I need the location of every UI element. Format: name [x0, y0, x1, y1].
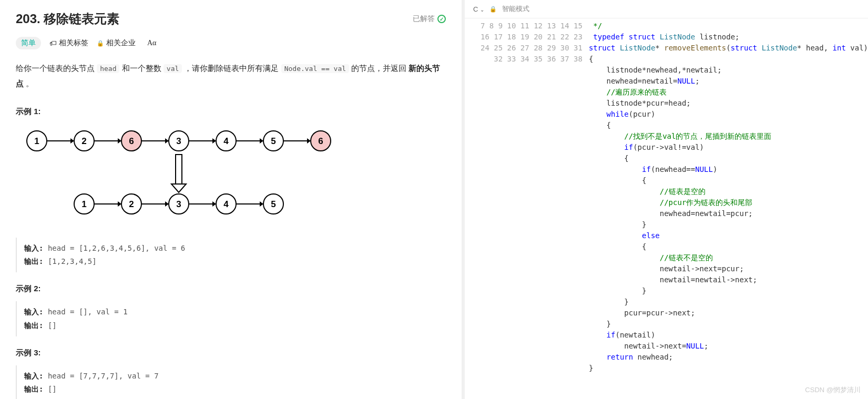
svg-marker-37	[212, 201, 216, 207]
check-icon: ✓	[437, 15, 446, 23]
font-size-button[interactable]: Aα	[144, 38, 159, 48]
svg-text:3: 3	[176, 136, 181, 146]
svg-marker-15	[212, 138, 216, 144]
example-2-title: 示例 2:	[16, 284, 446, 294]
svg-rect-44	[176, 155, 182, 184]
svg-text:4: 4	[223, 136, 229, 146]
svg-text:2: 2	[129, 199, 134, 209]
related-tags-button[interactable]: 🏷 相关标签	[49, 38, 88, 48]
svg-text:1: 1	[34, 136, 39, 146]
svg-text:3: 3	[176, 199, 181, 209]
related-companies-button[interactable]: 🔒 相关企业	[97, 38, 136, 48]
svg-marker-11	[165, 138, 169, 144]
svg-text:6: 6	[129, 136, 134, 146]
svg-marker-33	[165, 201, 169, 207]
solved-status: 已解答 ✓	[413, 14, 446, 24]
example-3-title: 示例 3:	[16, 348, 446, 358]
difficulty-badge: 简单	[16, 37, 41, 49]
editor-header: C ⌄ 🔒 智能模式	[465, 0, 868, 18]
watermark: CSDN @惘梦清川	[805, 385, 861, 395]
problem-title: 203. 移除链表元素	[16, 11, 119, 27]
linked-list-diagram: 126345612345	[21, 126, 446, 228]
example-2-block: 输入: head = [], val = 1 输出: []	[16, 301, 446, 336]
svg-marker-29	[118, 201, 121, 207]
svg-marker-3	[70, 138, 74, 144]
svg-text:5: 5	[271, 136, 275, 146]
editor-mode[interactable]: 智能模式	[502, 4, 529, 14]
svg-text:1: 1	[81, 199, 86, 209]
lock-icon: 🔒	[97, 40, 104, 47]
tags-row: 简单 🏷 相关标签 🔒 相关企业 Aα	[16, 37, 446, 49]
problem-description: 给你一个链表的头节点 head 和一个整数 val ，请你删除链表中所有满足 N…	[16, 61, 446, 91]
svg-marker-23	[307, 138, 311, 144]
code-content[interactable]: */ typedef struct ListNode listnode; str…	[589, 21, 868, 399]
svg-text:2: 2	[81, 136, 86, 146]
svg-text:6: 6	[318, 136, 323, 146]
example-1-title: 示例 1:	[16, 107, 446, 117]
code-editor[interactable]: 7 8 9 10 11 12 13 14 15 16 17 18 19 20 2…	[465, 18, 868, 399]
example-1-block: 输入: head = [1,2,6,3,4,5,6], val = 6 输出: …	[16, 238, 446, 272]
chevron-down-icon: ⌄	[480, 7, 484, 13]
svg-marker-41	[260, 201, 263, 207]
line-gutter: 7 8 9 10 11 12 13 14 15 16 17 18 19 20 2…	[465, 21, 589, 399]
problem-description-panel: 203. 移除链表元素 已解答 ✓ 简单 🏷 相关标签 🔒 相关企业 Aα 给你…	[0, 0, 462, 399]
language-selector[interactable]: C ⌄	[473, 5, 484, 13]
code-editor-panel: C ⌄ 🔒 智能模式 7 8 9 10 11 12 13 14 15 16 17…	[465, 0, 868, 399]
svg-marker-7	[118, 138, 121, 144]
lock-icon: 🔒	[489, 6, 497, 13]
example-3-block: 输入: head = [7,7,7,7], val = 7 输出: []	[16, 365, 446, 399]
svg-text:4: 4	[223, 199, 229, 209]
svg-marker-19	[260, 138, 263, 144]
tag-icon: 🏷	[49, 39, 57, 47]
svg-text:5: 5	[271, 199, 275, 209]
svg-marker-45	[171, 184, 186, 192]
